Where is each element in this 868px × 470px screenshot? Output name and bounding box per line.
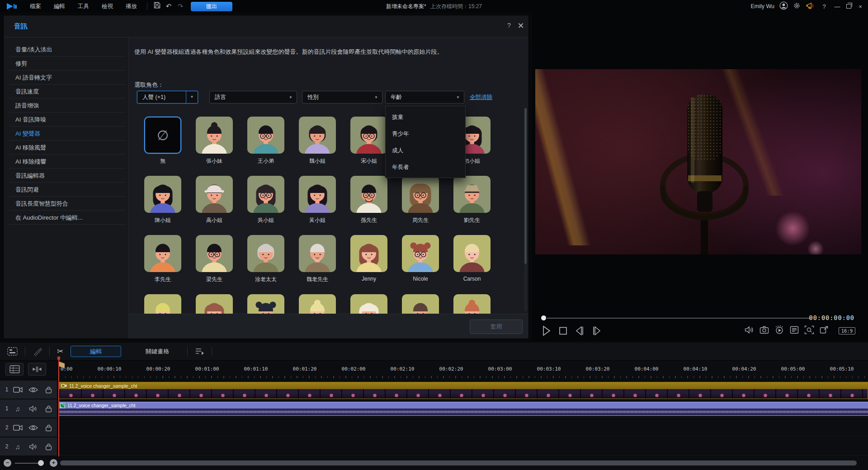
production-notes-icon[interactable] bbox=[790, 326, 799, 336]
character-tile[interactable] bbox=[453, 235, 491, 272]
character-tile[interactable] bbox=[299, 176, 336, 213]
character-tile[interactable] bbox=[350, 117, 387, 154]
split-scissors-icon[interactable]: ✂ bbox=[57, 347, 63, 356]
character-tile[interactable] bbox=[299, 117, 336, 154]
zoom-slider-handle[interactable] bbox=[38, 460, 44, 466]
undock-preview-icon[interactable] bbox=[820, 326, 829, 336]
previous-frame-button[interactable] bbox=[575, 325, 585, 338]
filter-dropdown[interactable]: 年齡▼ bbox=[385, 91, 464, 103]
character-tile[interactable] bbox=[350, 176, 387, 213]
sidebar-item[interactable]: 音訊編輯器 bbox=[9, 169, 126, 183]
track-lane[interactable]: 11.2_voice changer_sample_cht bbox=[58, 381, 868, 399]
lock-icon[interactable] bbox=[41, 386, 56, 394]
visibility-eye-icon[interactable] bbox=[25, 424, 41, 431]
character-tile[interactable] bbox=[196, 176, 233, 213]
window-minimize-icon[interactable]: — bbox=[833, 3, 841, 10]
panel-scrollbar[interactable] bbox=[524, 108, 527, 311]
sidebar-item[interactable]: AI 語音轉文字 bbox=[9, 70, 126, 85]
tab-keyframe[interactable]: 關鍵畫格 bbox=[135, 348, 180, 356]
character-tile[interactable] bbox=[247, 176, 284, 213]
menu-item[interactable]: 播放 bbox=[119, 0, 143, 13]
character-tile[interactable] bbox=[144, 235, 181, 272]
track-lane[interactable] bbox=[58, 437, 868, 456]
menu-item[interactable]: 工具 bbox=[71, 0, 95, 13]
sidebar-item[interactable]: 語音增強 bbox=[9, 99, 126, 113]
sidebar-item[interactable]: AI 移除殘響 bbox=[9, 155, 126, 169]
apply-button[interactable]: 套用 bbox=[470, 320, 523, 334]
menu-item[interactable]: 檢視 bbox=[95, 0, 119, 13]
jump-to-edit-icon[interactable] bbox=[195, 348, 204, 356]
timeline-scrollbar[interactable] bbox=[60, 461, 857, 465]
character-tile[interactable] bbox=[453, 176, 491, 213]
track-manager-icon[interactable] bbox=[7, 347, 18, 356]
character-tile[interactable] bbox=[144, 176, 181, 213]
announcement-megaphone-icon[interactable] bbox=[806, 2, 815, 11]
volume-icon[interactable] bbox=[745, 326, 754, 336]
character-tile[interactable] bbox=[350, 294, 387, 315]
age-menu-option[interactable]: 年長者 bbox=[386, 159, 465, 176]
lock-icon[interactable] bbox=[41, 443, 56, 451]
filter-dropdown[interactable]: 語言▼ bbox=[209, 91, 297, 103]
menu-item[interactable]: 編輯 bbox=[47, 0, 71, 13]
save-icon[interactable] bbox=[151, 0, 163, 12]
character-tile[interactable] bbox=[196, 235, 233, 272]
sidebar-item[interactable]: AI 移除風聲 bbox=[9, 141, 126, 155]
window-restore-icon[interactable] bbox=[846, 4, 851, 9]
undo-icon[interactable]: ↶ bbox=[163, 0, 175, 12]
zoom-preview-icon[interactable] bbox=[804, 325, 814, 336]
speaker-icon[interactable] bbox=[25, 405, 41, 412]
seek-bar[interactable] bbox=[547, 318, 811, 319]
audio-clip[interactable]: 11.2_voice changer_sample_cht bbox=[59, 402, 868, 416]
sidebar-item[interactable]: 修剪 bbox=[9, 56, 126, 70]
sidebar-item[interactable]: AI 音訊降噪 bbox=[9, 113, 126, 127]
character-tile[interactable] bbox=[402, 235, 439, 272]
clear-all-link[interactable]: 全部清除 bbox=[470, 94, 492, 101]
zoom-out-button[interactable]: − bbox=[4, 459, 11, 467]
character-tile[interactable] bbox=[196, 117, 233, 154]
panel-help-icon[interactable]: ? bbox=[505, 21, 514, 29]
redo-icon[interactable]: ↷ bbox=[175, 0, 186, 12]
sidebar-item[interactable]: AI 變聲器 bbox=[9, 127, 126, 141]
character-tile[interactable] bbox=[350, 235, 387, 272]
window-close-icon[interactable]: × bbox=[856, 3, 864, 10]
character-tile[interactable] bbox=[247, 117, 284, 154]
character-tile[interactable] bbox=[299, 294, 336, 315]
playhead-top-marker[interactable] bbox=[57, 357, 60, 360]
menu-item[interactable]: 檔案 bbox=[24, 0, 47, 13]
snapshot-camera-icon[interactable] bbox=[760, 326, 769, 336]
character-tile[interactable] bbox=[196, 294, 233, 315]
character-tile[interactable] bbox=[247, 235, 284, 272]
character-tile[interactable] bbox=[144, 294, 181, 315]
panel-scrollbar-thumb[interactable] bbox=[524, 108, 527, 264]
sidebar-item[interactable]: 音訊閃避 bbox=[9, 183, 126, 197]
zoom-in-button[interactable]: + bbox=[50, 459, 57, 467]
track-lane[interactable] bbox=[58, 418, 868, 437]
timeline-ruler[interactable]: 0:0000:00:1000:00:2000:01:0000:01:1000:0… bbox=[0, 361, 868, 379]
seek-handle[interactable] bbox=[541, 315, 546, 320]
snap-marker-button[interactable] bbox=[28, 363, 46, 376]
character-tile[interactable] bbox=[453, 294, 491, 315]
age-menu-option[interactable]: 成人 bbox=[386, 142, 465, 159]
sidebar-item[interactable]: 音訊速度 bbox=[9, 85, 126, 99]
age-menu-option[interactable]: 孩童 bbox=[386, 109, 465, 126]
help-icon[interactable]: ? bbox=[820, 3, 828, 10]
visibility-eye-icon[interactable] bbox=[25, 386, 41, 393]
settings-gear-icon[interactable] bbox=[793, 2, 801, 11]
lock-icon[interactable] bbox=[41, 405, 56, 413]
timeline-view-button[interactable] bbox=[5, 363, 24, 376]
export-button[interactable]: 匯出 bbox=[191, 2, 232, 11]
sidebar-item[interactable]: 音訊長度智慧型符合 bbox=[9, 197, 126, 211]
razor-tool-icon[interactable] bbox=[33, 347, 42, 356]
track-lane[interactable]: 11.2_voice changer_sample_cht bbox=[58, 400, 868, 418]
sidebar-item[interactable]: 音量/淡入淡出 bbox=[9, 42, 126, 56]
character-tile[interactable] bbox=[247, 294, 284, 315]
character-tile[interactable] bbox=[299, 235, 336, 272]
lock-icon[interactable] bbox=[41, 424, 56, 432]
speaker-icon[interactable] bbox=[25, 443, 41, 450]
tab-edit[interactable]: 編輯 bbox=[71, 346, 121, 357]
preview-quality-icon[interactable] bbox=[774, 325, 784, 336]
next-frame-button[interactable] bbox=[592, 325, 602, 338]
play-button[interactable] bbox=[542, 325, 551, 338]
playhead-line[interactable] bbox=[58, 360, 59, 456]
sidebar-item[interactable]: 在 AudioDirector 中編輯... bbox=[9, 211, 126, 225]
